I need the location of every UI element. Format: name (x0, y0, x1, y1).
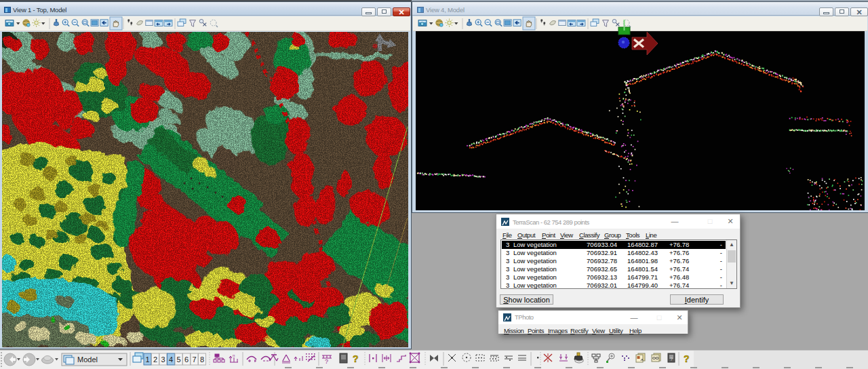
svg-text:?: ? (684, 353, 690, 364)
svg-text:6: 6 (184, 355, 189, 364)
svg-text:?: ? (353, 353, 359, 364)
svg-text:n: n (233, 353, 235, 357)
svg-text:?: ? (670, 357, 673, 362)
svg-text:1: 1 (145, 355, 149, 364)
svg-text:8: 8 (200, 355, 204, 364)
svg-text:4: 4 (169, 355, 173, 364)
svg-text:3: 3 (161, 355, 165, 364)
svg-text:Model: Model (77, 355, 98, 364)
svg-text:?: ? (325, 358, 328, 365)
svg-text:7: 7 (192, 355, 196, 364)
svg-text:2: 2 (153, 355, 157, 364)
svg-text:5: 5 (176, 355, 180, 364)
